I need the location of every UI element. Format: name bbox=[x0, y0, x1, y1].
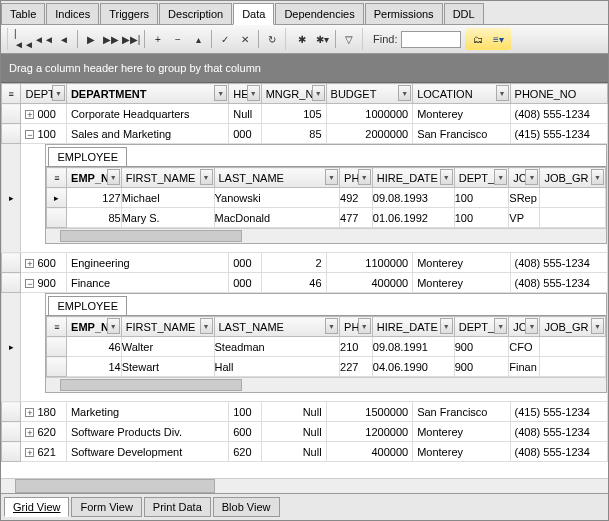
cell-dept[interactable]: +000 bbox=[21, 104, 66, 124]
cell-dept[interactable]: 100 bbox=[454, 208, 509, 228]
col-head[interactable]: HE▼ bbox=[229, 84, 261, 104]
nested-row[interactable]: 14StewartHall22704.06.1990900Finan bbox=[47, 357, 606, 377]
table-row[interactable]: +621Software Development620Null400000Mon… bbox=[2, 442, 608, 462]
table-row[interactable]: +600Engineering00021100000Monterey(408) … bbox=[2, 253, 608, 273]
dropdown-icon[interactable]: ▼ bbox=[358, 169, 371, 185]
cell-budget[interactable]: 1100000 bbox=[326, 253, 413, 273]
cell-jobgr[interactable] bbox=[540, 337, 606, 357]
ncol-ph[interactable]: PH▼ bbox=[340, 317, 373, 337]
cancel-button[interactable]: ✕ bbox=[236, 30, 254, 48]
cell-head[interactable]: 000 bbox=[229, 253, 261, 273]
edit-button[interactable]: ▴ bbox=[189, 30, 207, 48]
cell-emp[interactable]: 127 bbox=[67, 188, 122, 208]
commit-button[interactable]: ✓ bbox=[216, 30, 234, 48]
tab-indices[interactable]: Indices bbox=[46, 3, 99, 24]
find-input[interactable] bbox=[401, 31, 461, 48]
filter-button[interactable]: ▽ bbox=[340, 30, 358, 48]
cell-phone[interactable]: (408) 555-1234 bbox=[510, 104, 607, 124]
cell-department[interactable]: Finance bbox=[66, 273, 228, 293]
nav-last-button[interactable]: ▶▶| bbox=[122, 30, 140, 48]
cell-first[interactable]: Mary S. bbox=[121, 208, 214, 228]
cell-first[interactable]: Michael bbox=[121, 188, 214, 208]
cell-head[interactable]: 000 bbox=[229, 124, 261, 144]
ncol-ph[interactable]: PH▼ bbox=[340, 168, 373, 188]
nav-next-page-button[interactable]: ▶▶ bbox=[102, 30, 120, 48]
cell-location[interactable]: Monterey bbox=[413, 104, 510, 124]
ncol-last[interactable]: LAST_NAME▼ bbox=[214, 168, 340, 188]
expand-icon[interactable]: + bbox=[25, 408, 34, 417]
dropdown-icon[interactable]: ▼ bbox=[325, 169, 338, 185]
tab-triggers[interactable]: Triggers bbox=[100, 3, 158, 24]
nested-scrollbar[interactable] bbox=[46, 228, 606, 243]
highlight-dropdown[interactable]: ≡▾ bbox=[489, 30, 507, 48]
cell-budget[interactable]: 400000 bbox=[326, 442, 413, 462]
ncol-jobgr[interactable]: JOB_GR▼ bbox=[540, 168, 606, 188]
cell-last[interactable]: Hall bbox=[214, 357, 340, 377]
bookmark-button[interactable]: ✱ bbox=[293, 30, 311, 48]
nested-tab-employee[interactable]: EMPLOYEE bbox=[48, 296, 127, 315]
cell-dept[interactable]: 900 bbox=[454, 337, 509, 357]
cell-head[interactable]: 000 bbox=[229, 273, 261, 293]
cell-location[interactable]: Monterey bbox=[413, 273, 510, 293]
dropdown-icon[interactable]: ▼ bbox=[591, 169, 604, 185]
table-row[interactable]: −900Finance00046400000Monterey(408) 555-… bbox=[2, 273, 608, 293]
ncol-jobgr[interactable]: JOB_GR▼ bbox=[540, 317, 606, 337]
col-mngr[interactable]: MNGR_N▼ bbox=[261, 84, 326, 104]
cell-location[interactable]: Monterey bbox=[413, 253, 510, 273]
ncol-jc[interactable]: JC▼ bbox=[509, 168, 540, 188]
nested-row[interactable]: ▸127MichaelYanowski49209.08.1993100SRep bbox=[47, 188, 606, 208]
tab-ddl[interactable]: DDL bbox=[444, 3, 484, 24]
expand-icon[interactable]: + bbox=[25, 110, 34, 119]
table-row[interactable]: +000Corporate HeadquartersNull1051000000… bbox=[2, 104, 608, 124]
cell-head[interactable]: Null bbox=[229, 104, 261, 124]
view-tab-form-view[interactable]: Form View bbox=[71, 497, 141, 517]
cell-jc[interactable]: CFO bbox=[509, 337, 540, 357]
cell-ph[interactable]: 492 bbox=[340, 188, 373, 208]
dropdown-icon[interactable]: ▼ bbox=[591, 318, 604, 334]
cell-emp[interactable]: 46 bbox=[67, 337, 122, 357]
cell-department[interactable]: Engineering bbox=[66, 253, 228, 273]
col-location[interactable]: LOCATION▼ bbox=[413, 84, 510, 104]
tab-table[interactable]: Table bbox=[1, 3, 45, 24]
view-tab-grid-view[interactable]: Grid View bbox=[4, 497, 69, 517]
cell-budget[interactable]: 1000000 bbox=[326, 104, 413, 124]
dropdown-icon[interactable]: ▼ bbox=[200, 169, 213, 185]
dropdown-icon[interactable]: ▼ bbox=[52, 85, 65, 101]
tab-description[interactable]: Description bbox=[159, 3, 232, 24]
dropdown-icon[interactable]: ▼ bbox=[494, 318, 507, 334]
cell-mngr[interactable]: 46 bbox=[261, 273, 326, 293]
cell-head[interactable]: 100 bbox=[229, 402, 261, 422]
cell-phone[interactable]: (408) 555-1234 bbox=[510, 253, 607, 273]
dropdown-icon[interactable]: ▼ bbox=[398, 85, 411, 101]
cell-location[interactable]: Monterey bbox=[413, 442, 510, 462]
dropdown-icon[interactable]: ▼ bbox=[358, 318, 371, 334]
cell-jobgr[interactable] bbox=[540, 188, 606, 208]
ncol-dept[interactable]: DEPT_▼ bbox=[454, 168, 509, 188]
expand-icon[interactable]: − bbox=[25, 130, 34, 139]
tab-permissions[interactable]: Permissions bbox=[365, 3, 443, 24]
cell-location[interactable]: San Francisco bbox=[413, 402, 510, 422]
nested-row[interactable]: 46WalterSteadman21009.08.1991900CFO bbox=[47, 337, 606, 357]
table-row[interactable]: +620Software Products Div.600Null1200000… bbox=[2, 422, 608, 442]
table-row[interactable]: +180Marketing100Null1500000San Francisco… bbox=[2, 402, 608, 422]
cell-budget[interactable]: 400000 bbox=[326, 273, 413, 293]
nav-prev-button[interactable]: ◄ bbox=[55, 30, 73, 48]
dropdown-icon[interactable]: ▼ bbox=[107, 169, 120, 185]
col-budget[interactable]: BUDGET▼ bbox=[326, 84, 413, 104]
cell-dept[interactable]: +620 bbox=[21, 422, 66, 442]
cell-hire[interactable]: 04.06.1990 bbox=[372, 357, 454, 377]
expand-icon[interactable]: + bbox=[25, 428, 34, 437]
cell-department[interactable]: Marketing bbox=[66, 402, 228, 422]
cell-location[interactable]: Monterey bbox=[413, 422, 510, 442]
col-dept[interactable]: DEPT▼ bbox=[21, 84, 66, 104]
cell-jc[interactable]: VP bbox=[509, 208, 540, 228]
cell-dept[interactable]: 900 bbox=[454, 357, 509, 377]
tab-data[interactable]: Data bbox=[233, 3, 274, 25]
cell-budget[interactable]: 1500000 bbox=[326, 402, 413, 422]
col-phone[interactable]: PHONE_NO bbox=[510, 84, 607, 104]
delete-button[interactable]: − bbox=[169, 30, 187, 48]
nested-scrollbar[interactable] bbox=[46, 377, 606, 392]
cell-first[interactable]: Stewart bbox=[121, 357, 214, 377]
cell-mngr[interactable]: 85 bbox=[261, 124, 326, 144]
bookmark-dropdown[interactable]: ✱▾ bbox=[313, 30, 331, 48]
